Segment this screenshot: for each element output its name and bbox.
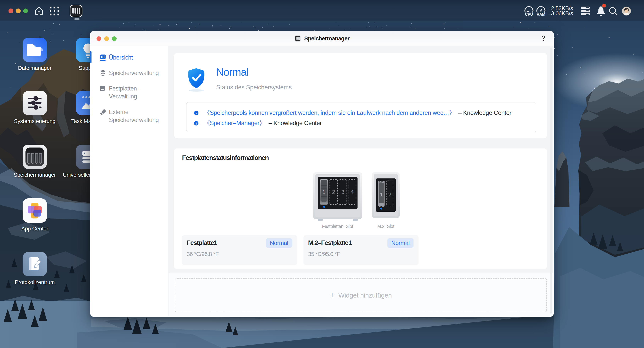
svg-text:2: 2 [388, 192, 391, 198]
svg-text:1: 1 [322, 189, 326, 195]
svg-text:RAM: RAM [537, 12, 545, 16]
svg-text:CPU: CPU [525, 12, 533, 16]
svg-text:4: 4 [350, 189, 354, 195]
svg-text:3: 3 [341, 189, 344, 195]
svg-text:2: 2 [332, 189, 335, 195]
svg-text:1: 1 [380, 192, 383, 198]
